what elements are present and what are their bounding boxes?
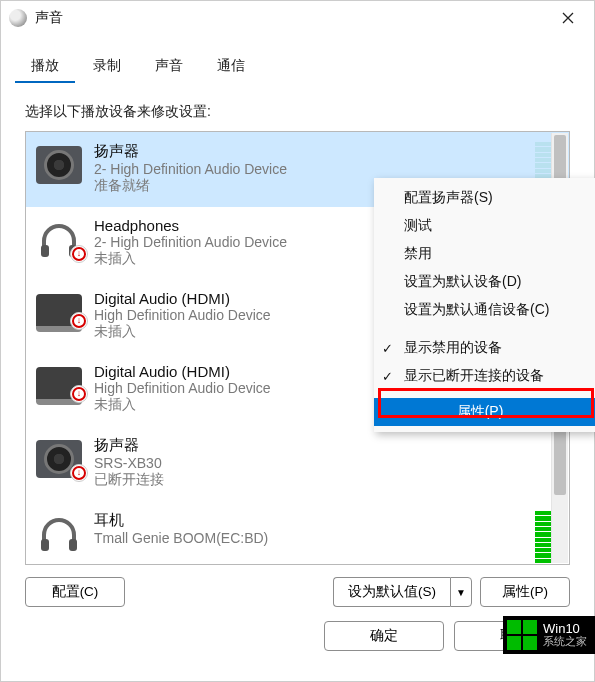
device-desc: Tmall Genie BOOM(EC:BD) (94, 530, 523, 546)
properties-button[interactable]: 属性(P) (480, 577, 570, 607)
menu-test[interactable]: 测试 (374, 212, 595, 240)
ok-button[interactable]: 确定 (324, 621, 444, 651)
menu-set-default-comm[interactable]: 设置为默认通信设备(C) (374, 296, 595, 324)
unplugged-badge-icon (70, 385, 88, 403)
watermark: Win10 系统之家 (503, 616, 595, 654)
monitor-icon (36, 367, 82, 405)
svg-rect-3 (69, 539, 77, 551)
configure-button[interactable]: 配置(C) (25, 577, 125, 607)
window-title: 声音 (35, 9, 548, 27)
check-icon: ✓ (382, 369, 393, 384)
headphones-icon (36, 515, 82, 553)
set-default-button[interactable]: 设为默认值(S) (333, 577, 450, 607)
tab-sounds[interactable]: 声音 (139, 51, 199, 83)
device-desc: 2- High Definition Audio Device (94, 161, 523, 177)
menu-configure-speakers[interactable]: 配置扬声器(S) (374, 184, 595, 212)
menu-show-disabled[interactable]: ✓显示禁用的设备 (374, 334, 595, 362)
watermark-text: Win10 系统之家 (543, 622, 587, 647)
device-name: 耳机 (94, 511, 523, 530)
tab-playback[interactable]: 播放 (15, 51, 75, 83)
menu-set-default[interactable]: 设置为默认设备(D) (374, 268, 595, 296)
speaker-icon (36, 440, 82, 478)
prompt-text: 选择以下播放设备来修改设置: (25, 103, 570, 121)
device-desc: SRS-XB30 (94, 455, 559, 471)
device-name: 扬声器 (94, 436, 559, 455)
tab-recording[interactable]: 录制 (77, 51, 137, 83)
svg-rect-0 (41, 245, 49, 257)
device-item[interactable]: 扬声器 SRS-XB30 已断开连接 (26, 426, 569, 501)
titlebar: 声音 (1, 1, 594, 35)
context-menu: 配置扬声器(S) 测试 禁用 设置为默认设备(D) 设置为默认通信设备(C) ✓… (374, 178, 595, 432)
check-icon: ✓ (382, 341, 393, 356)
menu-disable[interactable]: 禁用 (374, 240, 595, 268)
device-item[interactable]: 耳机 Tmall Genie BOOM(EC:BD) (26, 501, 569, 565)
device-status: 已断开连接 (94, 471, 559, 489)
close-icon (562, 12, 574, 24)
headphones-icon (36, 221, 82, 259)
lower-button-row: 配置(C) 设为默认值(S) ▼ 属性(P) (1, 565, 594, 607)
speaker-icon (36, 146, 82, 184)
unplugged-badge-icon (70, 312, 88, 330)
disconnected-badge-icon (70, 464, 88, 482)
sound-icon (9, 9, 27, 27)
menu-show-disconnected[interactable]: ✓显示已断开连接的设备 (374, 362, 595, 390)
device-name: 扬声器 (94, 142, 523, 161)
tab-strip: 播放 录制 声音 通信 (1, 35, 594, 83)
unplugged-badge-icon (70, 245, 88, 263)
set-default-dropdown[interactable]: ▼ (450, 577, 472, 607)
close-button[interactable] (548, 4, 588, 32)
svg-rect-2 (41, 539, 49, 551)
watermark-logo-icon (507, 620, 537, 650)
monitor-icon (36, 294, 82, 332)
menu-properties[interactable]: 属性(P) (374, 398, 595, 426)
tab-communications[interactable]: 通信 (201, 51, 261, 83)
